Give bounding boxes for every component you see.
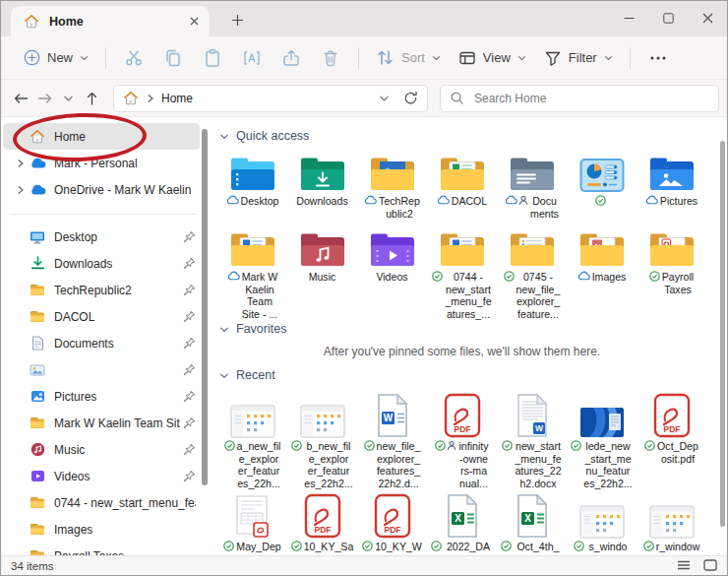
pin-icon[interactable]	[183, 284, 196, 296]
file-tile-music[interactable]: Music	[287, 224, 357, 284]
new-button[interactable]: New	[15, 43, 97, 72]
content-scrollbar[interactable]	[720, 141, 725, 527]
dropdown-chevron-icon	[604, 54, 613, 62]
file-name: new_file_ explorer_ features_ 22h2.d...	[377, 440, 421, 489]
forward-button[interactable]	[32, 86, 56, 111]
folder-music-icon	[300, 224, 345, 271]
file-tile-0744-new-start-menu-fe-atures[interactable]: 0744 - new_start _menu_fe atures_...	[427, 224, 497, 320]
rename-button[interactable]	[232, 42, 272, 74]
large-icons-view-button[interactable]	[703, 559, 717, 573]
pin-icon[interactable]	[183, 443, 196, 456]
sidebar-item-payroll-taxes[interactable]: Payroll Taxes	[3, 543, 200, 555]
file-tile-desktop[interactable]: Desktop	[217, 148, 287, 208]
sidebar-scrollbar[interactable]	[202, 129, 208, 485]
cloud-icon	[505, 195, 517, 220]
file-tile-oct-4th-qtr-dac[interactable]: XOct_4th_ QTR_DAC	[497, 493, 567, 555]
file-tile-10-ky-sa-lestax-pd[interactable]: PDF10_KY_Sa lesTax.pd	[287, 493, 357, 555]
sidebar-item-downloads[interactable]: Downloads	[3, 250, 200, 277]
pin-icon[interactable]	[183, 470, 196, 482]
back-button[interactable]	[9, 86, 32, 111]
file-tile-2022-da-col-payr[interactable]: X2022_DA COL_Payr	[427, 493, 497, 555]
details-view-button[interactable]	[677, 559, 691, 573]
sidebar-item-onedrive-mark-w-kaelin[interactable]: OneDrive - Mark W Kaelin	[3, 176, 200, 203]
refresh-icon[interactable]	[403, 91, 418, 105]
file-tile-oct-dep-osit-pdf[interactable]: PDFOct_Dep osit.pdf	[637, 393, 706, 465]
file-tile-may-dep-osit-pdf[interactable]: May_Dep osit.pdf	[217, 493, 287, 555]
address-bar[interactable]: Home	[113, 85, 428, 112]
paste-button[interactable]	[193, 42, 232, 74]
file-tile-a-new-fil-e-explor-er-featur-es-22h[interactable]: a_new_fil e_explor er_featur es_22h...	[217, 393, 287, 489]
file-tile-10-ky-w-h-k-1-pd[interactable]: PDF10_KY_W H_K-1.pd	[357, 493, 427, 555]
pin-icon[interactable]	[183, 337, 196, 350]
sidebar-item-label: DACOL	[54, 310, 180, 324]
new-tab-button[interactable]	[229, 12, 246, 29]
file-tile-videos[interactable]: Videos	[357, 224, 427, 284]
maximize-button[interactable]	[648, 1, 688, 34]
file-tile-pictures[interactable]: Pictures	[637, 148, 706, 208]
sidebar-item-images[interactable]: Images	[3, 516, 200, 543]
file-tile-new-start-menu-fe-atures-22-h2-docx[interactable]: Wnew_start _menu_fe atures_22 h2.docx	[497, 393, 567, 489]
sidebar-item-pictures[interactable]: Pictures	[3, 383, 200, 410]
file-tile-mark-w-kaelin-team-site[interactable]: Mark W Kaelin Team Site - ...	[217, 224, 287, 320]
file-tile-images[interactable]: Images	[567, 224, 637, 284]
filter-button[interactable]: Filter	[535, 44, 622, 72]
file-tile-b-new-fil-e-explor-er-featur-es-22h2[interactable]: b_new_fil e_explor er_featur es_22h2...	[287, 393, 357, 489]
pin-icon[interactable]	[183, 310, 196, 323]
file-tile-new-file-explorer-features-22h2-d[interactable]: Wnew_file_ explorer_ features_ 22h2.d...	[357, 393, 427, 489]
file-tile-lede-new-start-me-nu-featur-es-22h2[interactable]: lede_new _start_me nu_featur es_22h2...	[567, 393, 637, 489]
pin-icon[interactable]	[183, 416, 196, 429]
section-header-recent[interactable]: Recent	[217, 366, 727, 387]
address-dropdown-icon[interactable]	[379, 95, 390, 102]
sidebar-item-mark-personal[interactable]: Mark - Personal	[3, 150, 200, 176]
pdf-file-icon: PDF	[444, 393, 481, 440]
file-tile-blank[interactable]	[567, 148, 637, 206]
pin-icon[interactable]	[183, 257, 196, 270]
sidebar-item-home[interactable]: Home	[3, 123, 200, 150]
file-tile-s-windo-ws-powe[interactable]: s_windo ws_powe	[567, 493, 637, 555]
home-icon	[30, 129, 45, 144]
section-header-favorites[interactable]: Favorites	[217, 320, 727, 341]
sidebar-item-mark-w-kaelin-team-site-do[interactable]: Mark W Kaelin Team Site - Do	[3, 410, 200, 436]
share-button[interactable]	[272, 42, 311, 74]
chevron-right-icon[interactable]	[16, 159, 25, 168]
pin-icon[interactable]	[183, 390, 196, 403]
file-tile-r-window-s-powert[interactable]: r_window s_powert	[637, 493, 706, 555]
recent-grid: a_new_fil e_explor er_featur es_22h...b_…	[217, 393, 727, 555]
tab-close-icon[interactable]	[187, 14, 202, 29]
file-tile-downloads[interactable]: Downloads	[287, 148, 357, 208]
file-tile-dacol[interactable]: DACOL	[427, 148, 497, 208]
view-button[interactable]: View	[450, 44, 535, 72]
file-tile-payroll-taxes[interactable]: Payroll Taxes	[637, 224, 706, 295]
cut-button[interactable]	[114, 42, 153, 73]
pin-icon[interactable]	[183, 230, 196, 243]
tab-home[interactable]: Home	[11, 6, 210, 36]
file-tile-techrep-ublic2[interactable]: TechRep ublic2	[357, 148, 427, 220]
more-button[interactable]	[638, 50, 678, 66]
sidebar-item-blank[interactable]	[3, 356, 200, 383]
sort-button[interactable]: Sort	[367, 43, 450, 72]
chevron-right-icon[interactable]	[16, 185, 25, 195]
recent-locations-button[interactable]	[56, 86, 80, 111]
sidebar-item-dacol[interactable]: DACOL	[3, 303, 200, 330]
sidebar-item-desktop[interactable]: Desktop	[3, 224, 200, 250]
delete-button[interactable]	[311, 42, 350, 74]
pin-icon[interactable]	[183, 363, 196, 376]
file-tile-infinity-owne-rs-ma-nual[interactable]: PDFinfinity -owne rs-ma nual...	[427, 393, 497, 489]
file-tile-docu-ments[interactable]: Docu ments	[497, 148, 567, 220]
sidebar-item-music[interactable]: Music	[3, 436, 200, 463]
section-header-quick-access[interactable]: Quick access	[217, 127, 727, 148]
sidebar-item-techrepublic2[interactable]: TechRepublic2	[3, 277, 200, 303]
file-tile-0745-new-file-explorer-feature[interactable]: 0745 - new_file_ explorer_ feature...	[497, 224, 567, 320]
minimize-button[interactable]	[609, 1, 648, 34]
sidebar-item-videos[interactable]: Videos	[3, 463, 200, 489]
search-input[interactable]	[472, 91, 709, 106]
copy-button[interactable]	[153, 42, 193, 74]
sort-icon	[376, 49, 394, 66]
sidebar-item-0744-new-start-menu-features-2[interactable]: 0744 - new_start_menu_features_2	[3, 489, 200, 516]
sidebar-item-documents[interactable]: Documents	[3, 330, 200, 356]
close-button[interactable]	[688, 1, 727, 34]
sidebar-item-label: Mark W Kaelin Team Site - Do	[54, 416, 180, 430]
up-button[interactable]	[80, 86, 103, 111]
folder-downloads-icon	[300, 148, 345, 195]
recent-locations-icon	[63, 95, 74, 102]
